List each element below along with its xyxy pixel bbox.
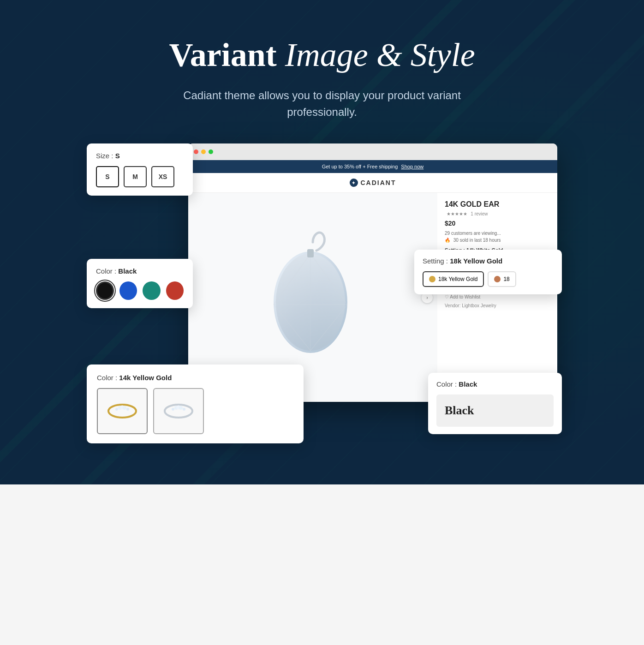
gold-options: 18k Yellow Gold 18 bbox=[423, 271, 554, 287]
product-title: 14K GOLD EAR bbox=[445, 200, 550, 209]
ring-images-card: Color : 14k Yellow Gold bbox=[87, 364, 304, 443]
color-label: Color : bbox=[96, 267, 118, 275]
swatch-black[interactable] bbox=[96, 281, 114, 300]
hero-section: Variant Image & Style Cadiant theme allo… bbox=[0, 0, 644, 484]
size-option-xs[interactable]: XS bbox=[151, 166, 174, 187]
setting-variant-card: Setting : 18k Yellow Gold 18k Yellow Gol… bbox=[414, 250, 562, 294]
shop-now-link[interactable]: Shop now bbox=[401, 164, 423, 169]
ring-image-options bbox=[97, 388, 293, 434]
swatch-teal[interactable] bbox=[143, 281, 160, 300]
gold-option-yellow[interactable]: 18k Yellow Gold bbox=[423, 271, 484, 287]
announcement-text: Get up to 35% off + Free shipping bbox=[322, 164, 398, 169]
earring-svg bbox=[248, 224, 377, 371]
stars-display: ★★★★★ bbox=[447, 211, 467, 216]
ring-value: 14k Yellow Gold bbox=[119, 374, 172, 382]
swatch-blue[interactable] bbox=[119, 281, 137, 300]
hero-title-normal: Variant bbox=[169, 36, 276, 73]
size-value: S bbox=[115, 152, 120, 160]
color-black-value: Black bbox=[459, 380, 477, 388]
setting-card-label: Setting : bbox=[423, 257, 448, 265]
setting-card-title: Setting : 18k Yellow Gold bbox=[423, 257, 554, 265]
browser-min-dot bbox=[201, 149, 206, 154]
ring-svg-2 bbox=[160, 393, 197, 430]
size-card-title: Size : S bbox=[96, 152, 184, 160]
shop-header: ✦ CADIANT bbox=[188, 173, 557, 193]
size-option-s[interactable]: S bbox=[96, 166, 119, 187]
sp1-text: 29 customers are viewing... bbox=[445, 231, 501, 236]
size-option-m[interactable]: M bbox=[124, 166, 147, 187]
ring-img-inner-2 bbox=[156, 391, 200, 431]
gold-option-rose[interactable]: 18 bbox=[488, 271, 516, 287]
vendor-text: Vendor: Lightbox Jewelry bbox=[445, 303, 550, 308]
shop-logo: ✦ CADIANT bbox=[350, 179, 396, 187]
ring-label: Color : bbox=[97, 374, 117, 382]
svg-rect-8 bbox=[307, 249, 314, 257]
browser-bar bbox=[188, 143, 557, 160]
color-circles-card: Color : Black bbox=[87, 259, 193, 308]
demos-container: Size : S S M XS Color : Black bbox=[87, 143, 557, 443]
hot-icon: 🔥 bbox=[445, 238, 450, 243]
bottom-section bbox=[0, 484, 644, 645]
size-options: S M XS bbox=[96, 166, 184, 187]
browser-max-dot bbox=[209, 149, 213, 154]
sp2-text: 30 sold in last 18 hours bbox=[453, 238, 501, 243]
ring-svg-1 bbox=[104, 393, 141, 430]
svg-point-22 bbox=[183, 408, 185, 411]
swatch-red[interactable] bbox=[166, 281, 184, 300]
review-count: 1 review bbox=[471, 211, 488, 216]
ring-image-2[interactable] bbox=[153, 388, 204, 434]
color-swatches bbox=[96, 281, 184, 300]
color-black-label: Color : bbox=[436, 380, 457, 388]
size-label: Size : bbox=[96, 152, 113, 160]
gold-yellow-label: 18k Yellow Gold bbox=[438, 276, 477, 282]
gold-yellow-circle bbox=[429, 276, 435, 282]
logo-icon: ✦ bbox=[350, 179, 358, 187]
svg-point-18 bbox=[172, 408, 174, 411]
size-variant-card: Size : S S M XS bbox=[87, 143, 193, 196]
hero-subtitle: Cadiant theme allows you to display your… bbox=[179, 87, 465, 120]
svg-point-11 bbox=[115, 408, 118, 411]
black-swatch-text: Black bbox=[445, 404, 474, 417]
ring-card-title: Color : 14k Yellow Gold bbox=[97, 374, 293, 382]
social-proof-2: 🔥 30 sold in last 18 hours bbox=[445, 238, 550, 243]
ring-image-1[interactable] bbox=[97, 388, 148, 434]
shop-announcement: Get up to 35% off + Free shipping Shop n… bbox=[188, 160, 557, 173]
svg-point-14 bbox=[123, 406, 126, 410]
color-circles-title: Color : Black bbox=[96, 267, 184, 275]
wishlist-link[interactable]: ♡ Add to Wishlist bbox=[445, 294, 550, 299]
color-value: Black bbox=[118, 267, 137, 275]
setting-card-value: 18k Yellow Gold bbox=[450, 257, 502, 265]
ring-img-inner-1 bbox=[100, 391, 144, 431]
hero-title: Variant Image & Style bbox=[169, 37, 475, 73]
product-info: 14K GOLD EAR ★★★★★ 1 review $20 29 custo… bbox=[437, 193, 557, 402]
color-black-card: Color : Black Black bbox=[428, 373, 562, 434]
svg-point-15 bbox=[126, 408, 129, 411]
gold-rose-label: 18 bbox=[503, 276, 509, 282]
gold-rose-circle bbox=[494, 276, 501, 282]
star-rating: ★★★★★ 1 review bbox=[445, 210, 550, 217]
svg-point-21 bbox=[179, 406, 183, 410]
color-black-title: Color : Black bbox=[436, 380, 554, 388]
social-proof-1: 29 customers are viewing... bbox=[445, 231, 550, 236]
hero-title-italic: Image & Style bbox=[285, 36, 475, 73]
black-swatch-box[interactable]: Black bbox=[436, 394, 554, 427]
brand-name: CADIANT bbox=[361, 179, 396, 186]
product-price: $20 bbox=[445, 220, 550, 227]
browser-close-dot bbox=[194, 149, 198, 154]
